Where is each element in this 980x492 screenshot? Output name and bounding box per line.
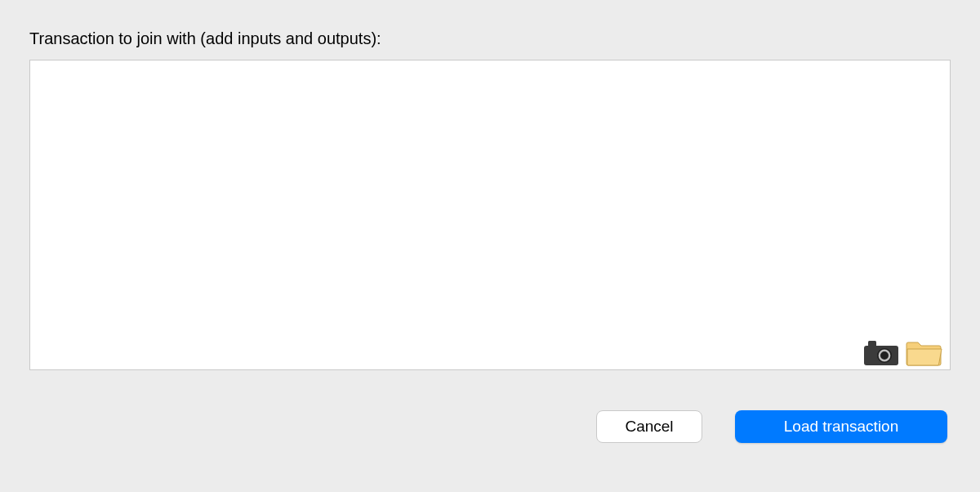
dialog-button-row: Cancel Load transaction: [29, 410, 951, 443]
load-transaction-button[interactable]: Load transaction: [735, 410, 947, 443]
svg-rect-1: [868, 341, 876, 347]
folder-icon[interactable]: [905, 338, 942, 368]
transaction-input-container: [29, 60, 951, 374]
input-icon-row: [862, 338, 942, 368]
cancel-button[interactable]: Cancel: [596, 410, 702, 443]
transaction-join-label: Transaction to join with (add inputs and…: [29, 29, 951, 48]
transaction-input[interactable]: [29, 60, 951, 370]
camera-icon[interactable]: [862, 338, 900, 368]
